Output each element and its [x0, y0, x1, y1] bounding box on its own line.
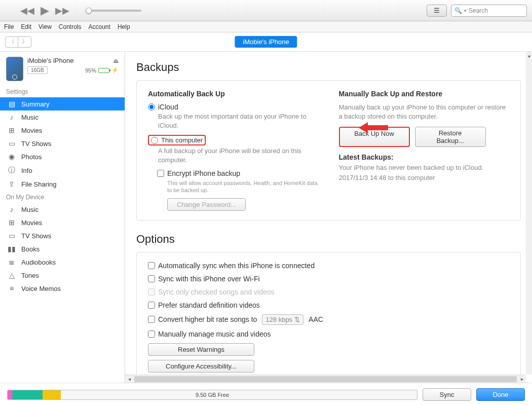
encrypt-desc: This will allow account passwords, Healt…	[167, 179, 319, 194]
sidebar-settings-photos[interactable]: ◉Photos	[0, 150, 125, 163]
configure-accessibility-button[interactable]: Configure Accessibility...	[148, 360, 254, 373]
icloud-radio-row[interactable]: iCloud	[148, 103, 319, 111]
capacity-badge: 16GB	[27, 66, 48, 74]
manual-manage-row[interactable]: Manually manage music and videos	[148, 330, 509, 338]
device-pill[interactable]: iMobie's iPhone	[235, 36, 297, 48]
device-header: iMobie's iPhone ⏏ 16GB 95% ⚡	[0, 52, 125, 85]
encrypt-checkbox[interactable]	[157, 170, 164, 177]
manual-backup-desc: Manually back up your iPhone to this com…	[339, 103, 510, 121]
sidebar-device-movies[interactable]: ⊞Movies	[0, 216, 125, 229]
vertical-scrollbar[interactable]: ▴	[526, 52, 532, 375]
sidebar-settings-tv-shows[interactable]: ▭TV Shows	[0, 137, 125, 150]
auto-sync-label: Automatically sync when this iPhone is c…	[158, 262, 315, 270]
menu-edit[interactable]: Edit	[21, 23, 31, 30]
sidebar-settings-music[interactable]: ♪Music	[0, 111, 125, 124]
next-track-icon[interactable]: ▶▶	[55, 5, 69, 16]
sidebar-settings-file-sharing[interactable]: ⇪File Sharing	[0, 177, 125, 191]
music-icon: ♪	[7, 113, 16, 121]
search-input[interactable]: 🔍▾ Search	[451, 5, 527, 17]
sidebar-item-label: TV Shows	[21, 232, 51, 240]
sidebar-device-audiobooks[interactable]: ≣Audiobooks	[0, 255, 125, 269]
list-icon: ☰	[434, 7, 440, 14]
bitrate-row: Convert higher bit rate songs to 128 kbp…	[148, 314, 509, 325]
bitrate-prefix: Convert higher bit rate songs to	[158, 315, 257, 323]
sidebar-settings-movies[interactable]: ⊞Movies	[0, 124, 125, 137]
charging-icon: ⚡	[111, 67, 119, 73]
info-icon: ⓘ	[7, 166, 16, 175]
storage-bar: 9.50 GB Free	[7, 390, 417, 400]
this-computer-highlight: This computer	[148, 135, 206, 145]
done-button[interactable]: Done	[476, 388, 525, 401]
sd-videos-checkbox[interactable]	[148, 302, 155, 309]
annotation-arrow-icon	[359, 120, 389, 135]
bitrate-suffix: AAC	[309, 315, 323, 323]
sidebar-device-music[interactable]: ♪Music	[0, 203, 125, 216]
file-sharing-icon: ⇪	[7, 180, 16, 188]
audiobooks-icon: ≣	[7, 258, 16, 266]
battery-percent: 95%	[85, 67, 96, 73]
sidebar-device-tones[interactable]: △Tones	[0, 269, 125, 282]
nav-forward-button[interactable]: 〉	[18, 36, 31, 48]
auto-sync-row[interactable]: Automatically sync when this iPhone is c…	[148, 262, 509, 270]
music-icon: ♪	[7, 205, 16, 213]
this-computer-radio[interactable]	[151, 137, 158, 144]
encrypt-label: Encrypt iPhone backup	[167, 169, 240, 177]
sidebar-item-label: Info	[21, 167, 32, 174]
eject-icon[interactable]: ⏏	[113, 57, 119, 64]
sd-videos-row[interactable]: Prefer standard definition videos	[148, 301, 509, 309]
sidebar-item-label: File Sharing	[21, 180, 56, 188]
sidebar-item-label: Movies	[21, 127, 42, 134]
movies-icon: ⊞	[7, 126, 16, 134]
sync-button[interactable]: Sync	[423, 388, 471, 401]
sidebar-item-label: Photos	[21, 153, 42, 161]
sidebar-item-label: Audiobooks	[21, 259, 56, 266]
wifi-sync-label: Sync with this iPhone over Wi-Fi	[158, 275, 260, 283]
sidebar-settings-info[interactable]: ⓘInfo	[0, 163, 125, 177]
icloud-desc: Back up the most important data on your …	[158, 112, 319, 130]
previous-track-icon[interactable]: ◀◀	[20, 5, 34, 16]
horizontal-scrollbar[interactable]: ◂ ▸	[125, 375, 526, 383]
menu-controls[interactable]: Controls	[59, 23, 82, 30]
menu-view[interactable]: View	[39, 23, 52, 30]
menu-account[interactable]: Account	[89, 23, 110, 30]
content-area: Backups Automatically Back Up iCloud Bac…	[125, 52, 532, 383]
list-view-button[interactable]: ☰	[427, 5, 447, 17]
wifi-sync-checkbox[interactable]	[148, 275, 155, 282]
sidebar: iMobie's iPhone ⏏ 16GB 95% ⚡ Settings ▤S…	[0, 52, 125, 383]
sidebar-item-label: Voice Memos	[21, 285, 61, 292]
sidebar-settings-summary[interactable]: ▤Summary	[0, 97, 125, 111]
sidebar-item-label: Tones	[21, 272, 39, 279]
bitrate-select[interactable]: 128 kbps ⇅	[262, 314, 303, 325]
svg-marker-0	[359, 122, 388, 133]
volume-slider[interactable]	[86, 10, 141, 12]
sidebar-device-voice-memos[interactable]: ≡Voice Memos	[0, 282, 125, 295]
latest-backup-line1: Your iPhone has never been backed up to …	[339, 163, 510, 172]
search-icon: 🔍	[454, 7, 462, 14]
auto-sync-checkbox[interactable]	[148, 262, 155, 269]
bitrate-checkbox[interactable]	[148, 316, 155, 323]
device-thumbnail-icon	[6, 57, 23, 81]
latest-backups-label: Latest Backups:	[339, 153, 510, 161]
options-panel: Automatically sync when this iPhone is c…	[136, 252, 521, 382]
manual-manage-checkbox[interactable]	[148, 330, 155, 338]
encrypt-check-row[interactable]: Encrypt iPhone backup	[157, 169, 319, 177]
sd-videos-label: Prefer standard definition videos	[158, 301, 260, 309]
latest-backup-line2: 2017/11/3 14:48 to this computer	[339, 173, 510, 182]
play-icon[interactable]: ▶	[41, 4, 49, 17]
storage-segment	[8, 390, 12, 399]
sidebar-item-label: Music	[21, 206, 39, 213]
wifi-sync-row[interactable]: Sync with this iPhone over Wi-Fi	[148, 275, 509, 283]
nav-back-button[interactable]: 〈	[5, 36, 18, 48]
sidebar-device-books[interactable]: ▮▮Books	[0, 242, 125, 255]
sidebar-device-tv-shows[interactable]: ▭TV Shows	[0, 229, 125, 242]
icloud-radio[interactable]	[148, 103, 155, 111]
options-title: Options	[136, 233, 521, 246]
device-name: iMobie's iPhone	[27, 57, 73, 64]
reset-warnings-button[interactable]: Reset Warnings	[148, 343, 254, 356]
restore-backup-button[interactable]: Restore Backup...	[415, 127, 486, 147]
storage-segment	[43, 390, 61, 399]
tv-shows-icon: ▭	[7, 139, 16, 148]
menu-help[interactable]: Help	[118, 23, 130, 30]
menu-file[interactable]: File	[4, 23, 14, 30]
manual-manage-label: Manually manage music and videos	[158, 330, 271, 338]
